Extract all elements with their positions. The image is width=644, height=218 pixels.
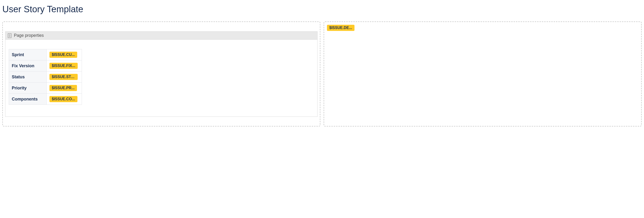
layout-cell-left[interactable]: Page properties Sprint $ISSUE.CU... Fix … (2, 22, 320, 127)
placeholder-chip[interactable]: $ISSUE.FIX... (50, 63, 78, 69)
macro-header: Page properties (6, 32, 317, 40)
macro-body[interactable]: Sprint $ISSUE.CU... Fix Version $ISSUE.F… (6, 40, 317, 117)
property-label[interactable]: Priority (9, 83, 46, 94)
table-row[interactable]: Status $ISSUE.STA... (9, 71, 82, 83)
placeholder-chip[interactable]: $ISSUE.STA... (50, 74, 78, 80)
properties-table[interactable]: Sprint $ISSUE.CU... Fix Version $ISSUE.F… (9, 49, 82, 105)
placeholder-chip[interactable]: $ISSUE.PR... (50, 85, 77, 91)
page-properties-macro[interactable]: Page properties Sprint $ISSUE.CU... Fix … (5, 31, 318, 117)
table-row[interactable]: Sprint $ISSUE.CU... (9, 49, 82, 60)
table-row[interactable]: Priority $ISSUE.PR... (9, 83, 82, 94)
page-properties-icon (8, 33, 12, 38)
placeholder-chip[interactable]: $ISSUE.CO... (50, 96, 78, 102)
property-value-cell[interactable]: $ISSUE.FIX... (46, 60, 82, 71)
table-row[interactable]: Components $ISSUE.CO... (9, 94, 82, 105)
macro-title: Page properties (14, 33, 44, 38)
property-value-cell[interactable]: $ISSUE.CU... (46, 49, 82, 60)
property-value-cell[interactable]: $ISSUE.PR... (46, 83, 82, 94)
property-label[interactable]: Status (9, 71, 46, 83)
property-value-cell[interactable]: $ISSUE.CO... (46, 94, 82, 105)
page-title: User Story Template (0, 0, 644, 22)
placeholder-chip[interactable]: $ISSUE.DE... (327, 25, 354, 31)
layout-cell-right[interactable]: $ISSUE.DE... (324, 22, 642, 127)
property-label[interactable]: Sprint (9, 49, 46, 60)
property-label[interactable]: Components (9, 94, 46, 105)
placeholder-chip[interactable]: $ISSUE.CU... (50, 52, 77, 58)
property-label[interactable]: Fix Version (9, 60, 46, 71)
table-row[interactable]: Fix Version $ISSUE.FIX... (9, 60, 82, 71)
layout-row: Page properties Sprint $ISSUE.CU... Fix … (0, 22, 644, 127)
property-value-cell[interactable]: $ISSUE.STA... (46, 71, 82, 83)
